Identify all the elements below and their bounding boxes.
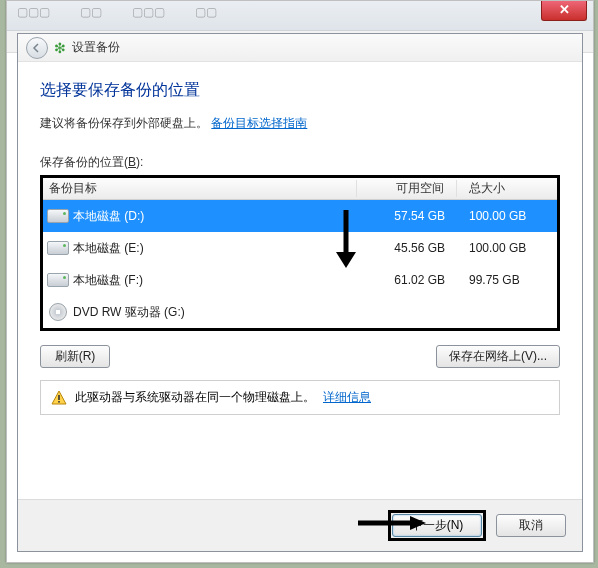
backup-icon: ❇ — [54, 40, 66, 56]
warning-icon — [51, 390, 67, 406]
drive-total: 100.00 GB — [457, 241, 557, 255]
col-target[interactable]: 备份目标 — [43, 180, 357, 197]
drive-name: 本地磁盘 (D:) — [73, 208, 357, 225]
titlebar: ▢▢▢▢▢▢▢▢▢▢ ✕ — [7, 1, 593, 31]
warning-text: 此驱动器与系统驱动器在同一个物理磁盘上。 — [75, 389, 315, 406]
next-button-highlight: 下一步(N) — [388, 510, 486, 541]
hard-drive-icon — [47, 209, 69, 223]
next-button[interactable]: 下一步(N) — [392, 514, 482, 537]
loc-pre: 保存备份的位置( — [40, 155, 128, 169]
wizard-title: 设置备份 — [72, 39, 120, 56]
table-body: 本地磁盘 (D:)57.54 GB100.00 GB本地磁盘 (E:)45.56… — [43, 200, 557, 328]
table-row[interactable]: DVD RW 驱动器 (G:) — [43, 296, 557, 328]
wizard-header: ❇ 设置备份 — [18, 34, 582, 62]
blurred-background-text: ▢▢▢▢▢▢▢▢▢▢ — [17, 5, 217, 19]
warning-box: 此驱动器与系统驱动器在同一个物理磁盘上。 详细信息 — [40, 380, 560, 415]
wizard-content: 选择要保存备份的位置 建议将备份保存到外部硬盘上。 备份目标选择指南 保存备份的… — [18, 62, 582, 499]
close-button[interactable]: ✕ — [541, 1, 587, 21]
drive-total: 100.00 GB — [457, 209, 557, 223]
guide-link[interactable]: 备份目标选择指南 — [211, 116, 307, 130]
intro-prefix: 建议将备份保存到外部硬盘上。 — [40, 116, 208, 130]
table-row[interactable]: 本地磁盘 (E:)45.56 GB100.00 GB — [43, 232, 557, 264]
wizard-dialog: ❇ 设置备份 选择要保存备份的位置 建议将备份保存到外部硬盘上。 备份目标选择指… — [17, 33, 583, 552]
drive-free: 57.54 GB — [357, 209, 457, 223]
drive-name: 本地磁盘 (F:) — [73, 272, 357, 289]
refresh-button[interactable]: 刷新(R) — [40, 345, 110, 368]
dvd-drive-icon — [49, 303, 67, 321]
back-button[interactable] — [26, 37, 48, 59]
col-total[interactable]: 总大小 — [457, 180, 557, 197]
page-heading: 选择要保存备份的位置 — [40, 80, 560, 101]
drive-free: 61.02 GB — [357, 273, 457, 287]
hard-drive-icon — [47, 241, 69, 255]
loc-u: B — [128, 155, 136, 169]
background-window: ▢▢▢▢▢▢▢▢▢▢ ✕ 本地磁盘文件 ❇ 设置备份 选择要保存备份的位置 建议… — [6, 0, 594, 563]
drive-table: 备份目标 可用空间 总大小 本地磁盘 (D:)57.54 GB100.00 GB… — [40, 175, 560, 331]
location-label: 保存备份的位置(B): — [40, 154, 560, 171]
button-row: 刷新(R) 保存在网络上(V)... — [40, 345, 560, 368]
cancel-button[interactable]: 取消 — [496, 514, 566, 537]
drive-name: DVD RW 驱动器 (G:) — [73, 304, 357, 321]
table-header: 备份目标 可用空间 总大小 — [43, 178, 557, 200]
drive-free: 45.56 GB — [357, 241, 457, 255]
table-row[interactable]: 本地磁盘 (F:)61.02 GB99.75 GB — [43, 264, 557, 296]
col-free[interactable]: 可用空间 — [357, 180, 457, 197]
svg-rect-0 — [58, 395, 60, 400]
wizard-footer: 下一步(N) 取消 — [18, 499, 582, 551]
drive-name: 本地磁盘 (E:) — [73, 240, 357, 257]
intro-text: 建议将备份保存到外部硬盘上。 备份目标选择指南 — [40, 115, 560, 132]
svg-rect-1 — [58, 401, 60, 403]
drive-total: 99.75 GB — [457, 273, 557, 287]
warning-details-link[interactable]: 详细信息 — [323, 389, 371, 406]
hard-drive-icon — [47, 273, 69, 287]
save-network-button[interactable]: 保存在网络上(V)... — [436, 345, 560, 368]
table-row[interactable]: 本地磁盘 (D:)57.54 GB100.00 GB — [43, 200, 557, 232]
loc-post: ): — [136, 155, 143, 169]
